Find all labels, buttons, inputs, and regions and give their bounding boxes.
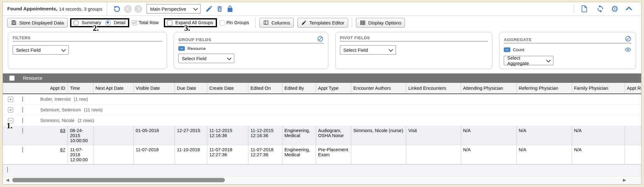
pivot-fields-title-row: PIVOT FIELDS <box>340 35 488 41</box>
remove-group-field-button[interactable]: − <box>178 46 185 51</box>
cell-attending-physician: N/A <box>461 145 516 164</box>
visibility-eye-icon[interactable] <box>625 46 631 53</box>
column-header-encounter-authors[interactable]: Encounter Authors <box>351 83 406 94</box>
column-header-visible-date[interactable]: Visible Date <box>133 83 175 94</box>
refresh-icon[interactable] <box>596 5 604 13</box>
chevron-left-icon <box>126 7 130 11</box>
columns-button[interactable]: Columns <box>259 18 294 28</box>
row-checkbox[interactable] <box>22 147 23 152</box>
summary-radio[interactable] <box>73 20 79 25</box>
columns-label: Columns <box>271 20 290 25</box>
expand-all-groups-checkbox[interactable] <box>167 20 172 25</box>
screen: Found Appointments, 14 records, 3 groups… <box>0 0 644 187</box>
cell-family-physician: N/A <box>572 126 625 145</box>
footer-checkbox[interactable] <box>7 167 8 173</box>
cell-create-date: 11-12-2015 12:16:36 <box>207 126 248 145</box>
group-field-select[interactable]: Select Field <box>178 54 234 63</box>
column-header-appt-re[interactable]: Appt Re <box>625 83 641 94</box>
clear-aggregate-icon[interactable] <box>625 35 631 42</box>
clear-group-fields-icon[interactable] <box>317 35 324 42</box>
group-band: Resource <box>3 73 641 83</box>
display-options-label: Display Options <box>368 20 401 25</box>
group-row-checkbox[interactable] <box>22 118 23 123</box>
scroll-left-icon[interactable]: ◀ <box>6 178 9 182</box>
aggregate-select[interactable]: Select Aggregate <box>504 56 553 65</box>
cell-due-date: 11-10-2018 <box>175 145 207 164</box>
pivot-field-select-value: Select Field <box>343 47 368 53</box>
group-row-checkbox[interactable] <box>22 96 23 102</box>
cell-visible-date: 01-05-2016 <box>133 126 175 145</box>
expand-group-icon[interactable]: + <box>8 107 13 113</box>
column-header-referring-physician[interactable]: Referring Physician <box>516 83 572 94</box>
pivot-fields-panel: PIVOT FIELDS Select Field <box>335 32 492 69</box>
history-back-button[interactable] <box>124 5 132 13</box>
appt-id-link[interactable]: 67 <box>60 147 65 152</box>
summary-detail-annotation-box: Summary Detail 2. <box>70 18 129 27</box>
edit-perspective-icon[interactable] <box>205 5 213 13</box>
divider <box>574 5 574 13</box>
filters-panel: FILTERS Select Field <box>8 32 167 69</box>
cell-edited-on: 11-07-2018 12:27:36 <box>248 145 282 164</box>
column-header-edited-by[interactable]: Edited By <box>282 83 316 94</box>
undo-icon[interactable] <box>113 5 121 13</box>
column-header-attending-physician[interactable]: Attending Physician <box>461 83 516 94</box>
cell-appt-type: Audiogram, OSHA Noise <box>316 126 351 145</box>
detail-radio-label: Detail <box>114 20 125 25</box>
chevron-right-icon <box>136 7 140 11</box>
filters-field-select[interactable]: Select Field <box>13 45 69 55</box>
column-header-appt-type[interactable]: Appt Type <box>316 83 351 94</box>
aggregate-chip: − Count <box>504 47 524 52</box>
column-header-due-date[interactable]: Due Date <box>175 83 207 94</box>
cell-appt-re <box>625 145 641 164</box>
perspective-select[interactable]: Main Perspective <box>147 4 201 13</box>
cell-visible-date: 11-07-2018 <box>133 145 175 164</box>
page-title: Found Appointments, <box>7 6 58 12</box>
select-all-checkbox[interactable] <box>9 76 14 81</box>
column-header-next-apt-date[interactable]: Next Apt Date <box>93 83 133 94</box>
chevron-down-icon <box>389 47 393 51</box>
column-header-edited-on[interactable]: Edited On <box>248 83 282 94</box>
collapse-panel-icon[interactable] <box>625 5 633 13</box>
store-displayed-data-button[interactable]: Store Displayed Data <box>7 18 68 28</box>
cell-appt-re <box>625 126 641 145</box>
delete-perspective-icon[interactable] <box>216 5 223 13</box>
group-row-checkbox[interactable] <box>22 107 23 113</box>
column-header-row: Appt ID Time Next Apt Date Visible Date … <box>3 83 641 94</box>
total-row-checkbox[interactable] <box>132 20 137 25</box>
scroll-right-icon[interactable]: ▶ <box>623 178 626 182</box>
group-field-chip: − Resource <box>178 46 324 51</box>
save-icon <box>11 20 17 25</box>
column-header-create-date[interactable]: Create Date <box>207 83 248 94</box>
column-header-appt-id[interactable]: Appt ID <box>37 83 68 94</box>
toolbar: Store Displayed Data Summary Detail 2. T… <box>3 16 641 29</box>
horizontal-scrollbar[interactable]: ◀ ▶ <box>3 176 641 184</box>
column-header-time[interactable]: Time <box>68 83 93 94</box>
history-forward-button[interactable] <box>134 5 142 13</box>
store-displayed-data-label: Store Displayed Data <box>19 20 64 25</box>
cell-time: 11-07-2018 12:00:00 <box>68 145 93 164</box>
annotation-2: 2. <box>93 24 99 32</box>
row-checkbox[interactable] <box>22 128 23 133</box>
table-row: 67 11-07-2018 12:00:00 11-07-2018 11-10-… <box>3 145 641 164</box>
group-row-butler: + Butler, Internist (1 row) <box>3 94 641 105</box>
pivot-field-select[interactable]: Select Field <box>340 45 396 55</box>
remove-aggregate-button[interactable]: − <box>504 47 510 52</box>
new-document-icon[interactable] <box>580 5 588 13</box>
display-options-button[interactable]: Display Options <box>356 18 405 28</box>
column-header-linked-encounters[interactable]: Linked Encounters <box>406 83 461 94</box>
chevron-down-icon <box>193 6 198 10</box>
templates-editor-label: Templates Editor <box>309 20 344 25</box>
cell-referring-physician: N/A <box>516 126 572 145</box>
column-header-family-physician[interactable]: Family Physician <box>572 83 625 94</box>
pin-groups-checkbox[interactable] <box>219 20 225 25</box>
cell-edited-by: Engineering, Medical <box>282 145 316 164</box>
detail-radio[interactable] <box>105 20 111 25</box>
scrollbar-thumb[interactable] <box>12 178 225 182</box>
group-field-name: Resource <box>187 46 206 51</box>
lock-perspective-icon[interactable] <box>226 5 234 13</box>
appt-id-link[interactable]: 63 <box>60 128 65 133</box>
aggregate-title: AGGREGATE <box>504 37 532 42</box>
templates-editor-button[interactable]: Templates Editor <box>297 18 348 28</box>
expand-group-icon[interactable]: + <box>8 97 13 102</box>
gear-icon[interactable]: ⚙ <box>611 5 619 13</box>
